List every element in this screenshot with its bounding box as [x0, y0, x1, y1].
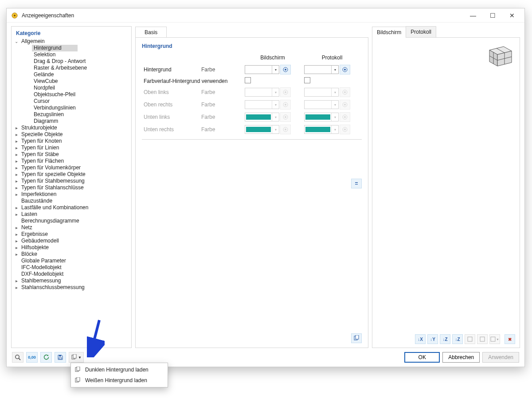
tree-expander-icon[interactable]: ▸: [13, 211, 20, 218]
tree-expander-icon[interactable]: ▸: [13, 191, 20, 198]
tree-item-label: Typen für Linien: [20, 145, 61, 151]
checkbox[interactable]: [245, 77, 251, 83]
menu-item-white-background[interactable]: Weißen Hintergrund laden: [72, 375, 167, 386]
tree-item[interactable]: Verbindungslinien: [13, 105, 129, 111]
tree-item[interactable]: ▸Netz: [13, 224, 129, 231]
tree-item[interactable]: ▸Typen für Flächen: [13, 158, 129, 164]
tree-item[interactable]: ▸Typen für Volumenkörper: [13, 164, 129, 171]
ok-button[interactable]: OK: [404, 352, 440, 363]
tree-item[interactable]: IFC-Modellobjekt: [13, 264, 129, 271]
tree-expander-icon[interactable]: ▸: [13, 244, 20, 251]
tree-item[interactable]: Raster & Arbeitsebene: [13, 65, 129, 71]
tree-item[interactable]: ▸Typen für Stahlbemessung: [13, 178, 129, 184]
tree-item[interactable]: ▸Lastfälle und Kombinationen: [13, 204, 129, 211]
tree-item[interactable]: Berechnungsdiagramme: [13, 218, 129, 224]
apply-button[interactable]: Anwenden: [482, 352, 519, 363]
render-target-icon[interactable]: [280, 65, 291, 74]
tree-expander-icon[interactable]: ▸: [13, 184, 20, 191]
tree-item[interactable]: Bauzustände: [13, 198, 129, 204]
tree-expander-icon[interactable]: ▸: [13, 251, 20, 258]
window-close-button[interactable]: ✕: [502, 9, 522, 22]
tree-item[interactable]: Drag & Drop - Antwort: [13, 58, 129, 65]
tree-item[interactable]: ▸Stahlbemessung: [13, 278, 129, 284]
cancel-button[interactable]: Abbrechen: [442, 352, 480, 363]
tree-item[interactable]: ▸Stahlanschlussbemessung: [13, 284, 129, 291]
category-tree-panel: Kategorie ⌄AllgemeinHintergrundSelektion…: [11, 26, 132, 348]
tree-item[interactable]: ▸Ergebnisse: [13, 231, 129, 238]
color-picker[interactable]: ▾: [245, 65, 279, 74]
preview-tab-protokoll[interactable]: Protokoll: [406, 26, 436, 37]
tree-expander-icon[interactable]: ▸: [13, 238, 20, 244]
render-target-icon[interactable]: [340, 65, 350, 74]
view-style-button[interactable]: [465, 334, 475, 344]
color-picker[interactable]: ▾: [304, 65, 339, 74]
tree-item[interactable]: Selektion: [13, 51, 129, 58]
tree-expander-icon[interactable]: ▸: [13, 125, 20, 131]
tree-item[interactable]: Gelände: [13, 71, 129, 78]
tree-item[interactable]: ▸Hilfsobjekte: [13, 244, 129, 251]
tree-item[interactable]: ▸Typen für spezielle Objekte: [13, 171, 129, 178]
tab-basis[interactable]: Basis: [135, 27, 167, 38]
tree-item[interactable]: Hintergrund: [13, 45, 129, 51]
tree-item[interactable]: DXF-Modellobjekt: [13, 271, 129, 278]
view-style-button[interactable]: [477, 334, 488, 344]
checkbox[interactable]: [304, 77, 310, 83]
axis-view-button[interactable]: ↓Z: [452, 334, 463, 344]
tree-item[interactable]: ▸Blöcke: [13, 251, 129, 258]
help-button[interactable]: [12, 352, 23, 363]
svg-rect-39: [59, 358, 62, 359]
tree-item-label: Typen für Knoten: [20, 138, 63, 145]
preview-tab-bildschirm[interactable]: Bildschirm: [372, 27, 406, 38]
copy-settings-button[interactable]: [351, 333, 362, 343]
equals-button[interactable]: =: [351, 179, 362, 188]
tree-expander-icon[interactable]: ▸: [13, 204, 20, 211]
axis-view-button[interactable]: ↓X: [415, 334, 426, 344]
tree-expander-icon[interactable]: ▸: [13, 164, 20, 171]
tree-expander-icon[interactable]: ▸: [13, 171, 20, 178]
window-minimize-button[interactable]: —: [463, 9, 483, 22]
axis-view-button[interactable]: ↓Z: [440, 334, 450, 344]
tree-item[interactable]: Objektsuche-Pfeil: [13, 91, 129, 98]
tree-expander-icon[interactable]: ▸: [13, 178, 20, 184]
tree-item[interactable]: ▸Typen für Knoten: [13, 138, 129, 145]
tree-item[interactable]: Bezugslinien: [13, 111, 129, 118]
tree-expander-icon[interactable]: ▸: [13, 151, 20, 158]
tree-expander-icon[interactable]: ▸: [13, 158, 20, 164]
tree-expander-icon[interactable]: ▸: [13, 131, 20, 138]
tree-item[interactable]: ▸Typen für Stäbe: [13, 151, 129, 158]
tree-item[interactable]: ▸Typen für Stahlanschlüsse: [13, 184, 129, 191]
view-dropdown-button[interactable]: ▼: [489, 334, 500, 344]
tree-expander-icon[interactable]: ▸: [13, 224, 20, 231]
units-button[interactable]: 0,00: [26, 352, 38, 363]
tree-item[interactable]: Nordpfeil: [13, 85, 129, 91]
tree-item[interactable]: ▸Strukturobjekte: [13, 125, 129, 131]
window-maximize-button[interactable]: ☐: [483, 9, 502, 22]
tree-item[interactable]: ▸Typen für Linien: [13, 145, 129, 151]
load-preset-dropdown-button[interactable]: ▼: [69, 352, 84, 363]
tree-item[interactable]: Globale Parameter: [13, 258, 129, 264]
svg-point-13: [344, 104, 346, 106]
save-button[interactable]: [55, 352, 66, 363]
tree-item[interactable]: ▸Gebäudemodell: [13, 238, 129, 244]
tree-item[interactable]: Cursor: [13, 98, 129, 105]
tree-item[interactable]: ViewCube: [13, 78, 129, 85]
reset-view-button[interactable]: ✖: [505, 334, 515, 344]
tree-item[interactable]: ▸Imperfektionen: [13, 191, 129, 198]
tree-expander-icon[interactable]: ▸: [13, 278, 20, 284]
tree-item[interactable]: ▸Lasten: [13, 211, 129, 218]
tree-expander-icon[interactable]: ▸: [13, 284, 20, 291]
refresh-button[interactable]: [40, 352, 52, 363]
tree-item-label: Objektsuche-Pfeil: [32, 91, 77, 98]
svg-point-21: [344, 129, 346, 130]
axis-view-button[interactable]: ↓Y: [427, 334, 438, 344]
tree-item[interactable]: ⌄Allgemein: [13, 38, 129, 45]
tree-item[interactable]: Diagramm: [13, 118, 129, 125]
tree-item[interactable]: ▸Spezielle Objekte: [13, 131, 129, 138]
property-label: Unten links: [142, 111, 200, 123]
svg-point-5: [344, 69, 346, 70]
tree-expander-icon[interactable]: ▸: [13, 138, 20, 145]
tree-expander-icon[interactable]: ▸: [13, 231, 20, 238]
menu-item-dark-background[interactable]: Dunklen Hintergrund laden: [72, 364, 167, 375]
tree-expander-icon[interactable]: ▸: [13, 145, 20, 151]
tree-expander-icon[interactable]: ⌄: [13, 38, 20, 45]
